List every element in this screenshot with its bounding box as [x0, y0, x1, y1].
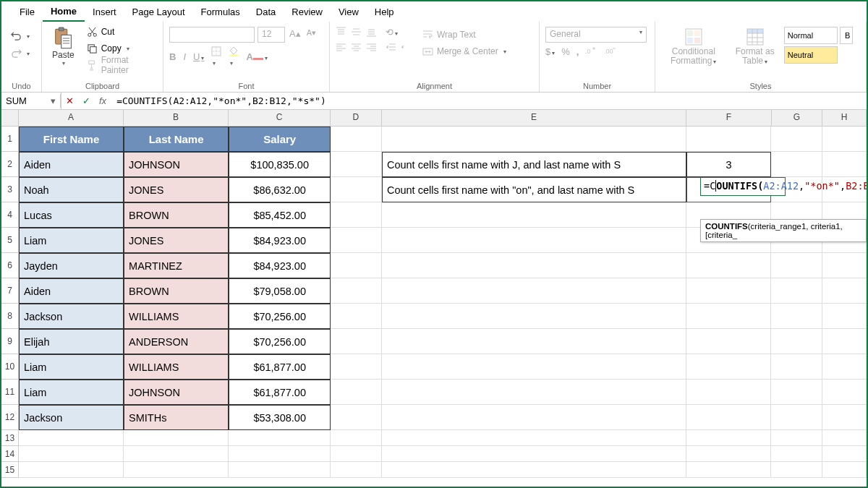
font-family-select[interactable] — [169, 27, 255, 43]
cell-B8[interactable]: WILLIAMS — [124, 304, 229, 329]
cell-D5[interactable] — [331, 228, 382, 253]
cell-F10[interactable] — [686, 354, 772, 380]
row-header-1[interactable]: 1 — [1, 127, 19, 152]
cell-D4[interactable] — [331, 202, 382, 228]
cell-B7[interactable]: BROWN — [124, 278, 229, 304]
cell-B15[interactable] — [124, 462, 229, 478]
cell-A12[interactable]: Jackson — [19, 405, 124, 430]
cell-F2[interactable]: 3 — [686, 152, 772, 177]
row-header-14[interactable]: 14 — [1, 446, 19, 462]
font-size-select[interactable]: 12 — [258, 27, 285, 43]
align-top-icon[interactable] — [336, 27, 346, 38]
cell-E1[interactable] — [382, 127, 686, 152]
wrap-text-button[interactable]: Wrap Text — [419, 27, 510, 43]
percent-format-button[interactable]: % — [561, 46, 570, 57]
cell-A3[interactable]: Noah — [19, 177, 124, 202]
cell-H13[interactable] — [822, 430, 867, 446]
cell-C5[interactable]: $84,923.00 — [229, 228, 331, 253]
align-right-icon[interactable] — [366, 43, 377, 53]
row-header-11[interactable]: 11 — [1, 380, 19, 405]
cell-C15[interactable] — [229, 462, 331, 478]
cell-F15[interactable] — [686, 462, 772, 478]
cell-H7[interactable] — [822, 278, 867, 304]
cell-H10[interactable] — [822, 354, 867, 380]
decrease-indent-icon[interactable] — [386, 43, 396, 53]
cell-E12[interactable] — [382, 405, 686, 430]
column-header-H[interactable]: H — [822, 110, 867, 127]
formula-input[interactable] — [111, 94, 867, 108]
cell-A13[interactable] — [19, 430, 124, 446]
undo-button[interactable]: ▾ — [7, 28, 33, 44]
cell-G13[interactable] — [771, 430, 822, 446]
cell-C9[interactable]: $70,256.00 — [229, 329, 331, 354]
cell-B2[interactable]: JOHNSON — [124, 152, 229, 177]
redo-button[interactable]: ▾ — [7, 46, 33, 61]
cell-G7[interactable] — [771, 278, 822, 304]
cell-C1[interactable]: Salary — [229, 127, 331, 152]
cut-button[interactable]: Cut — [83, 24, 157, 40]
cell-B12[interactable]: SMITHs — [124, 405, 229, 430]
cell-D10[interactable] — [331, 354, 382, 380]
cell-G2[interactable] — [771, 152, 822, 177]
menu-data[interactable]: Data — [248, 3, 284, 21]
cancel-formula-button[interactable]: ✕ — [61, 95, 78, 106]
menu-help[interactable]: Help — [367, 3, 402, 21]
cell-E4[interactable] — [382, 202, 686, 228]
cell-A10[interactable]: Liam — [19, 354, 124, 380]
cell-C14[interactable] — [229, 446, 331, 462]
cell-C6[interactable]: $84,923.00 — [229, 253, 331, 278]
row-header-5[interactable]: 5 — [1, 228, 19, 253]
copy-button[interactable]: Copy▾ — [83, 40, 157, 56]
column-header-F[interactable]: F — [686, 110, 772, 127]
column-header-C[interactable]: C — [229, 110, 331, 127]
cell-B9[interactable]: ANDERSON — [124, 329, 229, 354]
cell-C2[interactable]: $100,835.00 — [229, 152, 331, 177]
cell-A15[interactable] — [19, 462, 124, 478]
italic-button[interactable]: I — [183, 51, 186, 62]
cell-H9[interactable] — [822, 329, 867, 354]
cell-E15[interactable] — [382, 462, 686, 478]
cell-D11[interactable] — [331, 380, 382, 405]
menu-insert[interactable]: Insert — [85, 3, 124, 21]
increase-font-icon[interactable]: A▴ — [288, 27, 302, 43]
increase-decimal-button[interactable]: .0 — [585, 46, 597, 57]
menu-page-layout[interactable]: Page Layout — [124, 3, 193, 21]
cell-B13[interactable] — [124, 430, 229, 446]
cell-E13[interactable] — [382, 430, 686, 446]
underline-button[interactable]: U▾ — [193, 51, 204, 62]
comma-format-button[interactable]: , — [576, 46, 579, 57]
orientation-icon[interactable]: ⟲▾ — [386, 27, 398, 38]
row-header-9[interactable]: 9 — [1, 329, 19, 354]
cell-E10[interactable] — [382, 354, 686, 380]
cell-F9[interactable] — [686, 329, 772, 354]
cell-A2[interactable]: Aiden — [19, 152, 124, 177]
cell-G6[interactable] — [771, 253, 822, 278]
cell-A8[interactable]: Jackson — [19, 304, 124, 329]
format-painter-button[interactable]: Format Painter — [83, 57, 157, 73]
row-header-2[interactable]: 2 — [1, 152, 19, 177]
cell-C4[interactable]: $85,452.00 — [229, 202, 331, 228]
column-header-E[interactable]: E — [382, 110, 686, 127]
cell-C7[interactable]: $79,058.00 — [229, 278, 331, 304]
column-header-G[interactable]: G — [772, 110, 823, 127]
cell-G9[interactable] — [771, 329, 822, 354]
merge-center-button[interactable]: Merge & Center▾ — [419, 43, 510, 59]
cell-G12[interactable] — [771, 405, 822, 430]
decrease-decimal-button[interactable]: .00 — [604, 46, 616, 57]
cell-D3[interactable] — [331, 177, 382, 202]
bold-button[interactable]: B — [169, 51, 176, 62]
row-header-7[interactable]: 7 — [1, 278, 19, 304]
cell-style-neutral[interactable]: Neutral — [784, 46, 838, 64]
number-format-select[interactable]: General▾ — [545, 27, 647, 43]
cell-D2[interactable] — [331, 152, 382, 177]
cell-D1[interactable] — [331, 127, 382, 152]
cell-B6[interactable]: MARTINEZ — [124, 253, 229, 278]
align-bottom-icon[interactable] — [366, 27, 377, 38]
cell-B10[interactable]: WILLIAMS — [124, 354, 229, 380]
cell-H6[interactable] — [822, 253, 867, 278]
row-header-8[interactable]: 8 — [1, 304, 19, 329]
cell-B3[interactable]: JONES — [124, 177, 229, 202]
accounting-format-button[interactable]: $▾ — [545, 46, 555, 57]
cell-G1[interactable] — [771, 127, 822, 152]
cell-style-normal[interactable]: Normal — [784, 27, 838, 44]
